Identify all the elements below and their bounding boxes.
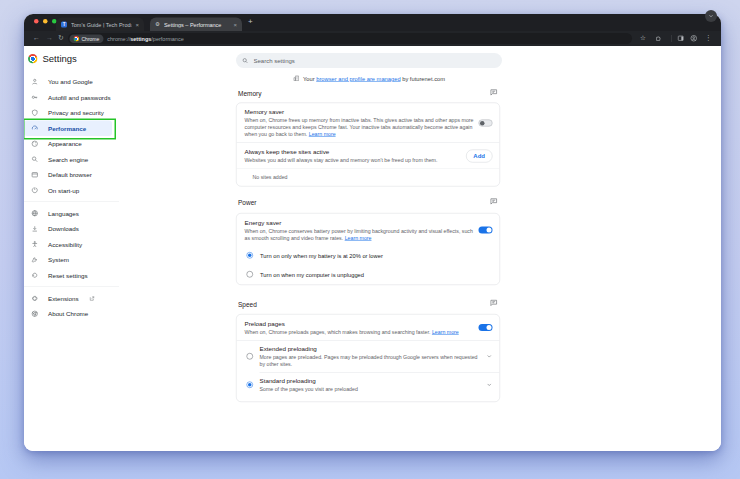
sidebar-item-downloads[interactable]: Downloads xyxy=(24,221,119,237)
learn-more-link[interactable]: Learn more xyxy=(309,131,336,137)
tab-search-button[interactable] xyxy=(705,10,717,22)
sidebar-item-about-chrome[interactable]: About Chrome xyxy=(24,306,119,322)
profile-avatar-icon[interactable] xyxy=(690,35,698,43)
sidebar-item-extensions[interactable]: Extensions xyxy=(24,291,119,307)
sidebar-item-autofill[interactable]: Autofill and passwords xyxy=(24,90,119,106)
energy-saver-row: Energy saver When on, Chrome conserves b… xyxy=(237,214,500,246)
palette-icon xyxy=(31,140,39,148)
tab-strip: T Tom's Guide | Tech Product R × ⚙ Setti… xyxy=(24,14,721,31)
browser-window: T Tom's Guide | Tech Product R × ⚙ Setti… xyxy=(24,14,721,451)
unplugged-option-row[interactable]: Turn on when my computer is unplugged xyxy=(237,265,500,284)
settings-page: Settings You and Google Autofill and pas… xyxy=(24,46,721,451)
sidebar-item-languages[interactable]: Languages xyxy=(24,206,119,222)
sidebar-item-you-and-google[interactable]: You and Google xyxy=(24,74,119,90)
preload-pages-toggle[interactable] xyxy=(479,324,493,331)
sidebar-item-search-engine[interactable]: Search engine xyxy=(24,152,119,168)
reload-button[interactable]: ↻ xyxy=(58,33,64,41)
energy-saver-desc: When on, Chrome conserves battery power … xyxy=(245,228,474,242)
sidebar-label: Reset settings xyxy=(48,272,88,279)
url-scheme: chrome:// xyxy=(107,36,130,42)
radio-unselected-icon[interactable] xyxy=(247,353,254,360)
minimize-window-button[interactable] xyxy=(43,19,48,24)
extended-preloading-text: Extended preloading More pages are prelo… xyxy=(260,345,480,367)
sidebar-label: Autofill and passwords xyxy=(48,94,111,101)
chrome-icon xyxy=(31,310,39,318)
learn-more-link[interactable]: Learn more xyxy=(432,329,459,335)
toolbar-divider xyxy=(671,35,672,42)
standard-preloading-text: Standard preloading Some of the pages yo… xyxy=(260,377,480,392)
sidebar-item-performance[interactable]: Performance xyxy=(24,121,112,137)
energy-saver-title: Energy saver xyxy=(245,219,474,226)
settings-main: Your browser and profile are managed by … xyxy=(236,46,502,451)
feedback-icon[interactable] xyxy=(490,299,499,308)
radio-unselected-icon[interactable] xyxy=(247,271,254,278)
bookmark-star-icon[interactable]: ☆ xyxy=(640,34,646,42)
close-tab-icon[interactable]: × xyxy=(135,21,139,28)
tab-settings-performance[interactable]: ⚙ Settings – Performance × xyxy=(150,18,242,32)
sidebar-label: System xyxy=(48,256,69,263)
add-site-button[interactable]: Add xyxy=(466,150,493,163)
feedback-icon[interactable] xyxy=(490,88,499,97)
sidebar-item-default-browser[interactable]: Default browser xyxy=(24,167,119,183)
page-title: Settings xyxy=(43,53,77,64)
sidebar-item-on-startup[interactable]: On start-up xyxy=(24,183,119,199)
new-tab-button[interactable]: + xyxy=(248,17,253,26)
managed-notice: Your browser and profile are managed by … xyxy=(236,75,502,82)
preload-pages-desc: When on, Chrome preloads pages, which ma… xyxy=(245,329,474,336)
chrome-site-chip[interactable]: Chrome xyxy=(70,34,104,43)
external-link-icon xyxy=(89,295,95,301)
extensions-icon[interactable] xyxy=(655,35,663,43)
sidebar-divider xyxy=(24,287,119,288)
tab-title: Tom's Guide | Tech Product R xyxy=(71,21,131,27)
enterprise-building-icon xyxy=(293,75,300,82)
address-bar[interactable]: Chrome chrome://settings/performance xyxy=(68,33,632,44)
sidebar-item-reset-settings[interactable]: Reset settings xyxy=(24,268,119,284)
managed-link[interactable]: browser and profile are managed xyxy=(316,75,400,81)
battery-20-option-row[interactable]: Turn on only when my battery is at 20% o… xyxy=(237,246,500,265)
toms-guide-favicon: T xyxy=(61,21,67,27)
chrome-logo-icon xyxy=(28,54,38,64)
desc-text: When on, Chrome preloads pages, which ma… xyxy=(245,329,431,335)
back-button[interactable]: ← xyxy=(33,33,40,41)
sidebar-label: Extensions xyxy=(48,295,79,302)
preload-pages-row: Preload pages When on, Chrome preloads p… xyxy=(237,315,500,340)
learn-more-link[interactable]: Learn more xyxy=(345,234,372,240)
macos-traffic-lights xyxy=(34,19,57,24)
wrench-icon xyxy=(31,256,39,264)
search-settings-input[interactable] xyxy=(253,57,497,65)
close-window-button[interactable] xyxy=(34,19,39,24)
sidebar-label: Languages xyxy=(48,210,79,217)
search-icon xyxy=(242,57,249,64)
memory-saver-toggle[interactable] xyxy=(479,120,493,127)
battery-20-option-label: Turn on only when my battery is at 20% o… xyxy=(260,252,383,258)
managed-prefix: Your xyxy=(303,75,315,81)
chevron-down-icon[interactable] xyxy=(486,353,493,360)
accessibility-icon xyxy=(31,241,39,249)
settings-brand: Settings xyxy=(28,53,77,64)
side-panel-icon[interactable] xyxy=(677,35,685,43)
extended-preloading-title: Extended preloading xyxy=(260,345,480,352)
feedback-icon[interactable] xyxy=(490,197,499,206)
forward-button[interactable]: → xyxy=(46,33,53,41)
preload-pages-text: Preload pages When on, Chrome preloads p… xyxy=(245,320,474,335)
sidebar-label: On start-up xyxy=(48,187,79,194)
memory-heading: Memory xyxy=(238,90,261,98)
sidebar-label: About Chrome xyxy=(48,310,88,317)
tab-toms-guide[interactable]: T Tom's Guide | Tech Product R × xyxy=(56,18,144,32)
sidebar-item-system[interactable]: System xyxy=(24,252,119,268)
overflow-menu-icon[interactable]: ⋮ xyxy=(705,34,712,42)
sidebar-item-accessibility[interactable]: Accessibility xyxy=(24,237,119,253)
memory-card: Memory saver When on, Chrome frees up me… xyxy=(236,103,500,187)
globe-icon xyxy=(31,210,39,218)
search-settings-box[interactable] xyxy=(236,53,502,68)
radio-selected-icon[interactable] xyxy=(247,252,254,259)
toggle-knob xyxy=(487,228,492,233)
energy-saver-toggle[interactable] xyxy=(479,227,493,234)
chevron-down-icon[interactable] xyxy=(486,381,493,388)
standard-preloading-row[interactable]: Standard preloading Some of the pages yo… xyxy=(237,372,500,396)
puzzle-icon xyxy=(31,295,39,303)
preload-pages-title: Preload pages xyxy=(245,320,474,327)
close-tab-icon[interactable]: × xyxy=(233,21,237,28)
radio-selected-icon[interactable] xyxy=(247,381,254,388)
extended-preloading-row[interactable]: Extended preloading More pages are prelo… xyxy=(237,340,500,371)
